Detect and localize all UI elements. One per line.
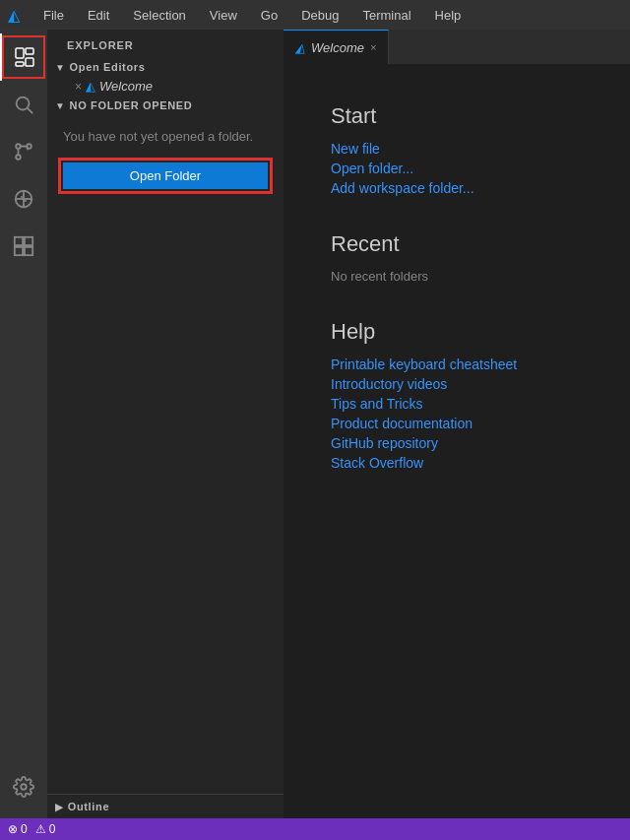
outline-section[interactable]: ▶ Outline [47,795,284,818]
help-section: Help Printable keyboard cheatsheet Intro… [331,319,583,471]
add-workspace-link[interactable]: Add workspace folder... [331,180,583,196]
new-file-link[interactable]: New file [331,141,583,157]
recent-empty-text: No recent folders [331,269,583,284]
no-folder-section[interactable]: ▼ NO FOLDER OPENED [47,96,284,115]
open-folder-wrap: Open Folder [47,159,284,205]
outline-chevron: ▶ [55,802,64,812]
outline-label: Outline [68,801,110,812]
warning-number: 0 [49,822,56,836]
welcome-panel: Start New file Open folder... Add worksp… [284,64,630,818]
github-link[interactable]: GitHub repository [331,435,583,451]
svg-rect-2 [26,58,33,66]
help-heading: Help [331,319,583,345]
svg-line-5 [28,108,32,113]
svg-rect-1 [26,48,33,54]
activity-debug[interactable] [0,175,47,223]
menu-terminal[interactable]: Terminal [358,6,414,25]
tab-welcome-label: Welcome [311,40,364,55]
tab-welcome[interactable]: ◭ Welcome × [284,30,389,64]
warning-icon: ⚠ [35,822,46,836]
tab-welcome-icon: ◭ [295,40,305,55]
error-count[interactable]: ⊗ 0 [8,822,28,836]
menu-edit[interactable]: Edit [84,6,113,25]
recent-heading: Recent [331,231,583,257]
activity-bar [0,30,47,818]
editor-file-icon: ◭ [86,79,95,94]
tips-tricks-link[interactable]: Tips and Tricks [331,396,583,412]
editor-welcome-name: Welcome [99,79,153,94]
warning-count[interactable]: ⚠ 0 [35,822,56,836]
intro-videos-link[interactable]: Introductory videos [331,376,583,392]
no-folder-label: NO FOLDER OPENED [70,99,193,111]
activity-settings[interactable] [0,763,47,810]
open-folder-link[interactable]: Open folder... [331,161,583,176]
open-editors-label: Open Editors [70,61,146,73]
editor-area: ◭ Welcome × Start New file Open folder..… [284,30,630,818]
keyboard-cheatsheet-link[interactable]: Printable keyboard cheatsheet [331,356,583,372]
activity-search[interactable] [0,81,47,128]
error-number: 0 [21,822,28,836]
no-folder-message: You have not yet opened a folder. [47,115,284,159]
sidebar: Explorer ▼ Open Editors × ◭ Welcome ▼ NO… [47,30,284,818]
editor-close-icon[interactable]: × [75,80,82,94]
open-folder-button[interactable]: Open Folder [63,162,268,189]
menubar: ◭ File Edit Selection View Go Debug Term… [0,0,630,30]
menu-debug[interactable]: Debug [297,6,343,25]
menu-file[interactable]: File [39,6,68,25]
svg-point-4 [17,97,30,110]
error-icon: ⊗ [8,822,18,836]
open-editors-chevron: ▼ [55,62,66,73]
start-heading: Start [331,103,583,129]
svg-point-7 [16,155,21,160]
svg-rect-13 [15,237,23,245]
stackoverflow-link[interactable]: Stack Overflow [331,455,583,471]
vscode-logo: ◭ [8,6,20,25]
tab-close-icon[interactable]: × [370,41,376,53]
sidebar-header: Explorer [47,30,284,57]
product-docs-link[interactable]: Product documentation [331,416,583,431]
svg-rect-0 [16,48,24,58]
svg-point-17 [21,784,27,790]
sidebar-bottom: ▶ Outline [47,794,284,818]
activity-explorer[interactable] [0,33,47,81]
menu-go[interactable]: Go [257,6,282,25]
svg-point-6 [16,144,21,149]
menu-help[interactable]: Help [431,6,466,25]
recent-section: Recent No recent folders [331,231,583,284]
svg-rect-14 [25,237,32,245]
main-layout: Explorer ▼ Open Editors × ◭ Welcome ▼ NO… [0,30,630,818]
svg-rect-3 [16,62,24,66]
open-editor-welcome[interactable]: × ◭ Welcome [47,77,284,96]
svg-rect-16 [25,247,32,255]
no-folder-chevron: ▼ [55,100,66,111]
svg-rect-15 [15,247,23,255]
menu-view[interactable]: View [206,6,241,25]
tab-bar: ◭ Welcome × [284,30,630,64]
menu-selection[interactable]: Selection [129,6,189,25]
open-editors-section[interactable]: ▼ Open Editors [47,57,284,77]
start-section: Start New file Open folder... Add worksp… [331,103,583,196]
activity-source-control[interactable] [0,128,47,175]
status-bar: ⊗ 0 ⚠ 0 [0,818,630,840]
activity-extensions[interactable] [0,223,47,270]
